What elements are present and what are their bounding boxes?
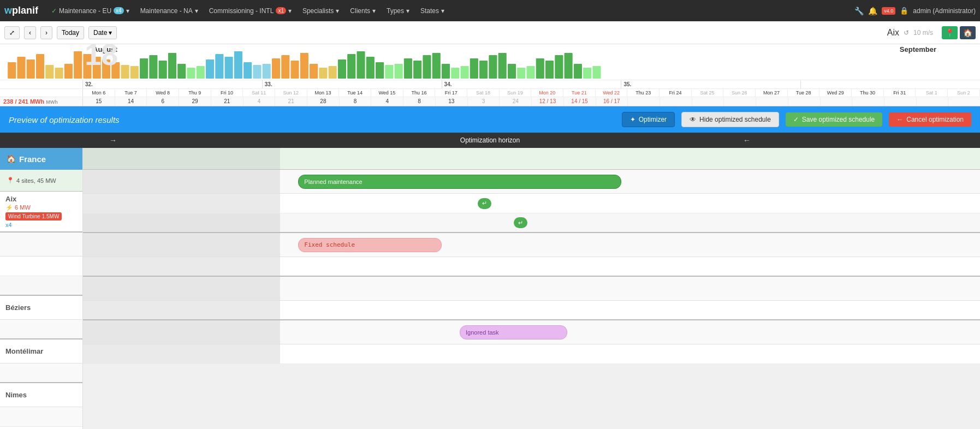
num-blank5 xyxy=(756,97,788,106)
chevron-down-icon6: ▾ xyxy=(406,7,409,15)
grid-nimes-main[interactable]: Ignored task xyxy=(83,320,980,344)
svg-rect-48 xyxy=(461,66,469,79)
week-35: 35. xyxy=(621,80,801,88)
home-icon: 🏠 xyxy=(7,154,16,163)
toolbar: ⤢ ‹ › Today Date ▾ Aix ↺ 10 m/s 📍 🏠 xyxy=(0,21,980,44)
num-24: 24 xyxy=(500,97,532,106)
sep-label: September xyxy=(900,45,936,53)
nav-maintenance-eu[interactable]: ✓ Maintenance - EU x4 ▾ xyxy=(47,5,134,17)
logo[interactable]: wplanif xyxy=(4,5,38,16)
day-fri10: Fri 10 xyxy=(211,89,243,97)
svg-rect-2 xyxy=(27,59,35,79)
svg-rect-4 xyxy=(45,65,54,79)
nav-commissioning[interactable]: Commissioning - INTL x1 ▾ xyxy=(205,5,296,17)
svg-rect-35 xyxy=(338,59,346,79)
arrow-left-icon: ← xyxy=(896,116,903,123)
shade-left-montelimar-sub xyxy=(83,301,280,319)
nav-types[interactable]: Types ▾ xyxy=(382,5,414,17)
aix-subrow-3 xyxy=(0,276,82,296)
grid-region-row xyxy=(83,148,980,170)
top-nav: wplanif ✓ Maintenance - EU x4 ▾ Maintena… xyxy=(0,0,980,21)
sidebar-spacer-days xyxy=(0,89,83,97)
task-label-planned: Planned maintenance xyxy=(304,178,362,185)
date-button[interactable]: Date ▾ xyxy=(88,26,117,39)
svg-rect-41 xyxy=(395,64,403,79)
shade-left-aix-sub2 xyxy=(83,213,280,232)
day-thu30: Thu 30 xyxy=(852,89,884,97)
expand-button[interactable]: ⤢ xyxy=(4,26,20,39)
task-sub2[interactable]: ↵ xyxy=(514,217,527,228)
svg-rect-18 xyxy=(177,64,186,79)
day-sun2: Sun 2 xyxy=(948,89,980,97)
task-fixed-schedule[interactable]: Fixed schedule xyxy=(298,238,442,252)
expand-icon: ⤢ xyxy=(9,29,15,37)
chart-calendar-area: August 18 September xyxy=(0,44,980,106)
grid-beziers-main[interactable]: Fixed schedule xyxy=(83,233,980,257)
location-display: Aix ↺ 10 m/s xyxy=(887,28,933,38)
svg-rect-38 xyxy=(366,57,375,79)
site-aix-count: x4 xyxy=(5,222,77,228)
svg-rect-13 xyxy=(130,66,139,79)
sidebar-site-montelimar[interactable]: Montélimar xyxy=(0,339,82,364)
mwh-display: 238 / 241 MWh MWh xyxy=(0,97,83,106)
task-label-ignored: Ignored task xyxy=(466,329,499,336)
sidebar-site-beziers[interactable]: Béziers xyxy=(0,296,82,320)
save-schedule-button[interactable]: ✓ Save optimized schedule xyxy=(786,112,882,127)
num-8b: 8 xyxy=(403,97,436,106)
svg-rect-21 xyxy=(206,59,214,79)
location-name: Aix xyxy=(887,28,899,38)
sidebar-site-aix[interactable]: Aix ⚡ 6 MW Wind Turbine 1.5MW x4 xyxy=(0,192,82,233)
num-28: 28 xyxy=(307,97,340,106)
logo-w: w xyxy=(4,5,12,16)
nav-states[interactable]: States ▾ xyxy=(416,5,449,17)
next-button[interactable]: › xyxy=(40,26,52,39)
page-wrapper: wplanif ✓ Maintenance - EU x4 ▾ Maintena… xyxy=(0,0,980,429)
shade-left-beziers xyxy=(83,233,280,257)
day-sat1: Sat 1 xyxy=(916,89,948,97)
sidebar-site-nimes[interactable]: Nimes xyxy=(0,383,82,407)
nav-clients[interactable]: Clients ▾ xyxy=(346,5,380,17)
num-3: 3 xyxy=(468,97,500,106)
day-tue14: Tue 14 xyxy=(339,89,371,97)
week-33: 33. xyxy=(263,80,442,88)
day-wed15: Wed 15 xyxy=(371,89,403,97)
commissioning-label: Commissioning - INTL xyxy=(209,7,274,15)
num-15: 15 xyxy=(83,97,115,106)
cancel-optimization-button[interactable]: ← Cancel optimization xyxy=(889,112,971,127)
sidebar-spacer-weeks xyxy=(0,80,83,88)
nav-maintenance-na[interactable]: Maintenance - NA ▾ xyxy=(136,5,203,17)
bell-icon[interactable]: 🔔 xyxy=(868,7,877,15)
day-fri17: Fri 17 xyxy=(435,89,467,97)
svg-rect-58 xyxy=(555,55,563,79)
task-ignored[interactable]: Ignored task xyxy=(460,325,567,339)
prev-button[interactable]: ‹ xyxy=(24,26,36,39)
montelimar-subrow-1 xyxy=(0,364,82,383)
grid-aix-main[interactable]: Planned maintenance xyxy=(83,170,980,194)
maintenance-eu-label: Maintenance - EU xyxy=(59,7,111,15)
wrench-icon[interactable]: 🔧 xyxy=(854,7,864,15)
map-home-button[interactable]: 🏠 xyxy=(960,26,976,39)
optimizer-button[interactable]: ✦ Optimizer xyxy=(622,112,675,127)
map-pin-button[interactable]: 📍 xyxy=(942,26,958,39)
sidebar-region-france[interactable]: 🏠 France xyxy=(0,148,82,170)
svg-rect-19 xyxy=(187,68,195,79)
grid-beziers-sub xyxy=(83,257,980,277)
task-planned-maintenance[interactable]: Planned maintenance xyxy=(298,175,621,189)
svg-rect-34 xyxy=(329,66,337,79)
chevron-down-icon: ▾ xyxy=(126,7,129,15)
num-12-13: 12 / 13 xyxy=(532,97,564,106)
hide-schedule-button[interactable]: 👁 Hide optimized schedule xyxy=(681,112,779,127)
day-mon13: Mon 13 xyxy=(307,89,340,97)
today-button[interactable]: Today xyxy=(57,26,84,39)
refresh-icon[interactable]: ↺ xyxy=(904,29,909,37)
nav-specialists[interactable]: Specialists ▾ xyxy=(298,5,343,17)
grid-inner: Planned maintenance ↵ ↵ xyxy=(83,148,980,364)
states-label: States xyxy=(420,7,439,15)
task-sub1[interactable]: ↵ xyxy=(478,198,491,209)
svg-rect-28 xyxy=(272,58,280,79)
svg-rect-14 xyxy=(140,58,148,79)
shade-left-nimes-sub xyxy=(83,344,280,364)
svg-rect-59 xyxy=(565,53,573,79)
shade-left-nimes xyxy=(83,320,280,344)
svg-rect-3 xyxy=(36,54,44,79)
